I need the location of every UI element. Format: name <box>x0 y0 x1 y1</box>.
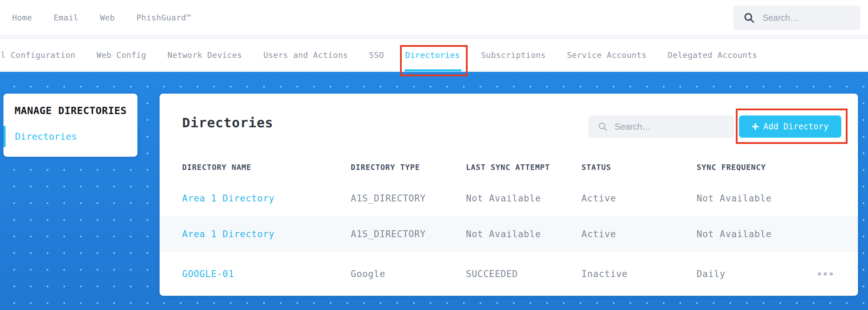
status-cell: Active <box>581 193 697 204</box>
directories-search-input[interactable] <box>615 122 734 132</box>
plus-icon: + <box>752 120 759 132</box>
sync-frequency-cell: Not Available <box>697 229 817 239</box>
topnav-item[interactable]: Email <box>53 13 78 22</box>
header-divider <box>0 35 868 38</box>
subnav-tab-label: Delegated Accounts <box>668 51 757 60</box>
sync-frequency-cell: Daily <box>697 269 817 279</box>
directory-type-cell: A1S_DIRECTORY <box>351 229 466 239</box>
subnav-tab[interactable]: Network Devices <box>168 38 242 72</box>
directories-panel: Directories + Add Directory DIRECTORY NA… <box>160 94 858 296</box>
search-icon <box>597 121 608 132</box>
subnav-tab[interactable]: Directories <box>405 38 460 72</box>
subnav-tab-label: Service Accounts <box>567 51 647 60</box>
row-actions-menu ellipsis-icon[interactable] <box>817 270 834 278</box>
subnav-tab[interactable]: l Configuration <box>1 38 75 72</box>
column-header: DIRECTORY NAME <box>182 163 351 172</box>
manage-directories-card: MANAGE DIRECTORIES Directories <box>3 94 137 157</box>
subnav-tab-label: Directories <box>405 51 460 60</box>
subnav-tab[interactable]: Delegated Accounts <box>668 38 757 72</box>
subnav-tab-label: Users and Actions <box>263 51 348 60</box>
subnav-tab-label: Web Config <box>96 51 146 60</box>
column-header: DIRECTORY TYPE <box>351 163 466 172</box>
add-directory-button[interactable]: + Add Directory <box>739 115 841 138</box>
directory-name-link[interactable]: Area 1 Directory <box>182 229 351 239</box>
subnav-tab[interactable]: Web Config <box>96 38 146 72</box>
active-item-accent-bar <box>3 126 6 147</box>
subnav-tab-label: l Configuration <box>1 51 75 60</box>
search-icon <box>743 12 755 24</box>
active-tab-underline <box>405 69 461 71</box>
directories-search[interactable] <box>588 115 734 138</box>
topnav-item[interactable]: PhishGuard™ <box>136 13 191 22</box>
status-cell: Inactive <box>581 269 697 279</box>
directory-type-cell: Google <box>351 269 466 279</box>
column-header: LAST SYNC ATTEMPT <box>466 163 581 172</box>
sidebar-heading: MANAGE DIRECTORIES <box>15 105 127 117</box>
subnav-tab-label: Network Devices <box>168 51 242 60</box>
directory-name-link[interactable]: Area 1 Directory <box>182 193 351 204</box>
subnav-tab[interactable]: SSO <box>369 38 384 72</box>
add-directory-label: Add Directory <box>763 122 828 131</box>
table-row: GOOGLE-01 Google SUCCEEDED Inactive Dail… <box>160 252 858 296</box>
last-sync-cell: Not Available <box>466 193 581 204</box>
annotation-box-directories-tab <box>400 45 468 76</box>
table-row: Area 1 Directory A1S_DIRECTORY Not Avail… <box>160 216 858 252</box>
sync-frequency-cell: Not Available <box>697 193 817 204</box>
directories-table: Area 1 Directory A1S_DIRECTORY Not Avail… <box>160 180 858 296</box>
subnav-tab-label: SSO <box>369 51 384 60</box>
status-cell: Active <box>581 229 697 239</box>
last-sync-cell: Not Available <box>466 229 581 239</box>
subnav-tab-label: Subscriptions <box>481 51 546 60</box>
subnav-tab[interactable]: Users and Actions <box>263 38 348 72</box>
global-search-input[interactable] <box>763 13 860 23</box>
global-search[interactable] <box>733 6 860 30</box>
panel-title: Directories <box>182 115 273 130</box>
top-navbar: Home Email Web PhishGuard™ <box>0 0 868 35</box>
workspace-background: MANAGE DIRECTORIES Directories Directori… <box>0 72 868 310</box>
last-sync-cell: SUCCEEDED <box>466 269 581 279</box>
subnav-tab[interactable]: Subscriptions <box>481 38 546 72</box>
topnav-item[interactable]: Web <box>100 13 115 22</box>
directory-name-link[interactable]: GOOGLE-01 <box>182 269 351 279</box>
table-header-row: DIRECTORY NAME DIRECTORY TYPE LAST SYNC … <box>160 160 858 174</box>
table-row: Area 1 Directory A1S_DIRECTORY Not Avail… <box>160 180 858 216</box>
column-header: SYNC FREQUENCY <box>697 163 817 172</box>
column-header: STATUS <box>581 163 697 172</box>
directory-type-cell: A1S_DIRECTORY <box>351 193 466 204</box>
topnav-item[interactable]: Home <box>12 13 32 22</box>
sidebar-item-directories[interactable]: Directories <box>3 126 77 147</box>
subnav-tab[interactable]: Service Accounts <box>567 38 647 72</box>
secondary-navbar: l Configuration Web Config Network Devic… <box>0 38 868 72</box>
topnav-items: Home Email Web PhishGuard™ <box>12 13 191 22</box>
